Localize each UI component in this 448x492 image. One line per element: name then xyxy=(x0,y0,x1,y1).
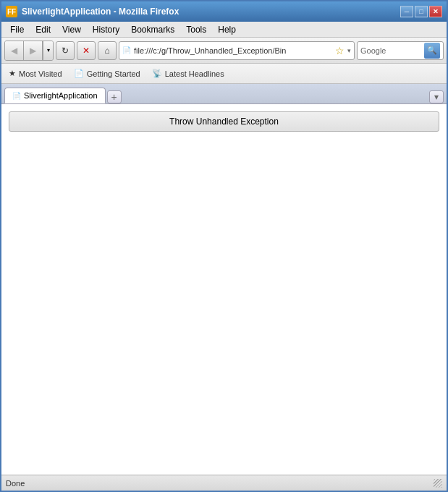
bookmark-latest-headlines[interactable]: 📡 Latest Headlines xyxy=(149,67,227,80)
address-bar: 📄 ☆ ▾ xyxy=(119,41,355,60)
most-visited-label: Most Visited xyxy=(19,69,62,78)
latest-headlines-icon: 📡 xyxy=(152,69,162,78)
bookmark-getting-started[interactable]: 📄 Getting Started xyxy=(71,67,143,80)
back-button[interactable]: ◀ xyxy=(5,41,24,60)
most-visited-icon: ★ xyxy=(9,69,16,78)
menu-bookmarks[interactable]: Bookmarks xyxy=(125,23,180,36)
tab-bar: 📄 SliverlightApplication + ▾ xyxy=(1,84,447,104)
page-content: Throw Unhandled Exception xyxy=(1,104,447,139)
window-title: SliverlightApplication - Mozilla Firefox xyxy=(22,7,179,17)
nav-bar: ◀ ▶ ▾ ↻ ✕ ⌂ 📄 ☆ ▾ Google 🔍 xyxy=(1,38,447,64)
menu-history[interactable]: History xyxy=(87,23,125,36)
getting-started-icon: 📄 xyxy=(74,69,84,78)
menu-view[interactable]: View xyxy=(56,23,87,36)
getting-started-label: Getting Started xyxy=(87,69,140,78)
menu-file[interactable]: File xyxy=(4,23,30,36)
tab-label: SliverlightApplication xyxy=(24,91,98,100)
browser-window: FF SliverlightApplication - Mozilla Fire… xyxy=(1,1,447,491)
tab-page-icon: 📄 xyxy=(12,92,21,100)
title-bar-left: FF SliverlightApplication - Mozilla Fire… xyxy=(6,6,179,17)
menu-help[interactable]: Help xyxy=(212,23,242,36)
latest-headlines-label: Latest Headlines xyxy=(165,69,224,78)
title-bar: FF SliverlightApplication - Mozilla Fire… xyxy=(1,1,447,22)
bookmarks-bar: ★ Most Visited 📄 Getting Started 📡 Lates… xyxy=(1,64,447,84)
status-text: Done xyxy=(6,479,25,488)
maximize-button[interactable]: □ xyxy=(415,6,428,17)
address-dropdown-icon[interactable]: ▾ xyxy=(347,47,351,54)
window-controls: ─ □ ✕ xyxy=(400,6,442,17)
content-area: Throw Unhandled Exception xyxy=(1,104,447,475)
menu-tools[interactable]: Tools xyxy=(180,23,212,36)
reload-button[interactable]: ↻ xyxy=(56,41,75,60)
bookmark-most-visited[interactable]: ★ Most Visited xyxy=(6,67,65,80)
page-icon: 📄 xyxy=(122,46,131,54)
stop-button[interactable]: ✕ xyxy=(77,41,96,60)
search-bar: Google 🔍 xyxy=(357,41,444,60)
nav-history-dropdown[interactable]: ▾ xyxy=(43,41,53,60)
resize-grip xyxy=(434,479,442,488)
new-tab-button[interactable]: + xyxy=(107,90,122,103)
address-input[interactable] xyxy=(134,46,332,55)
firefox-icon: FF xyxy=(6,6,17,17)
tab-scroll-button[interactable]: ▾ xyxy=(429,90,444,103)
search-button[interactable]: 🔍 xyxy=(424,43,440,59)
minimize-button[interactable]: ─ xyxy=(400,6,413,17)
search-icon: 🔍 xyxy=(427,46,437,55)
search-placeholder: Google xyxy=(360,46,426,55)
menu-edit[interactable]: Edit xyxy=(30,23,56,36)
close-button[interactable]: ✕ xyxy=(429,6,442,17)
menu-bar: File Edit View History Bookmarks Tools H… xyxy=(1,22,447,38)
bookmark-star-icon[interactable]: ☆ xyxy=(335,45,345,56)
forward-button[interactable]: ▶ xyxy=(24,41,43,60)
nav-back-forward-group: ◀ ▶ ▾ xyxy=(4,41,54,61)
throw-exception-button[interactable]: Throw Unhandled Exception xyxy=(9,111,439,132)
status-bar: Done xyxy=(1,475,447,491)
home-button[interactable]: ⌂ xyxy=(98,41,117,60)
active-tab[interactable]: 📄 SliverlightApplication xyxy=(4,88,106,103)
